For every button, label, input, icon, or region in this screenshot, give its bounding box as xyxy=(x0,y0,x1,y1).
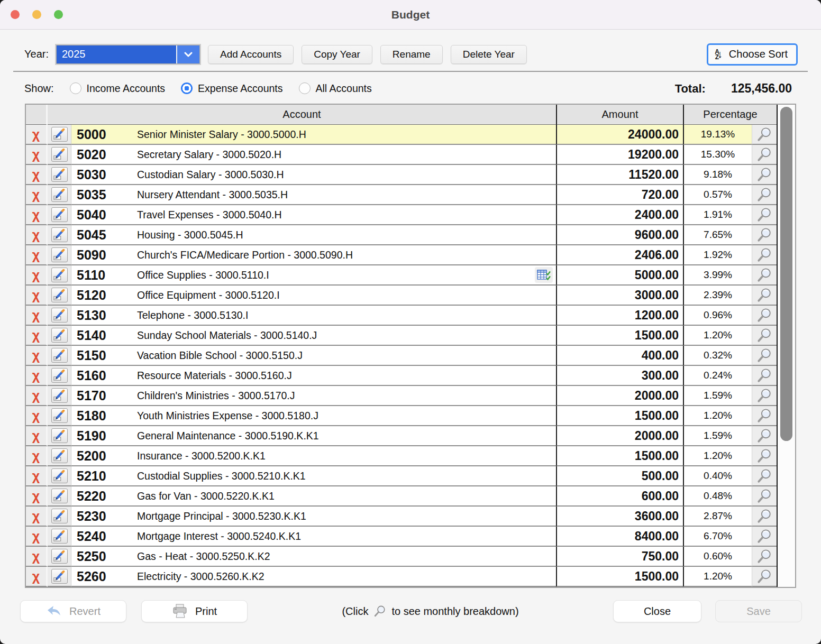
edit-account-button[interactable] xyxy=(51,549,68,564)
rename-button[interactable]: Rename xyxy=(380,45,443,64)
copy-year-button[interactable]: Copy Year xyxy=(302,45,372,64)
amount-value[interactable]: 19200.00 xyxy=(556,145,683,165)
account-name-cell[interactable]: Senior Minister Salary - 3000.5000.H xyxy=(132,125,556,145)
account-name-cell[interactable]: Sunday School Materials - 3000.5140.J xyxy=(132,326,556,346)
monthly-breakdown-button[interactable] xyxy=(752,245,777,265)
edit-account-button[interactable] xyxy=(51,187,68,202)
account-name-cell[interactable]: General Maintenance - 3000.5190.K.K1 xyxy=(132,426,556,446)
amount-value[interactable]: 400.00 xyxy=(556,346,683,366)
account-number[interactable]: 5020 xyxy=(71,145,132,165)
monthly-breakdown-button[interactable] xyxy=(752,547,777,567)
amount-value[interactable]: 2406.00 xyxy=(556,245,683,265)
close-button[interactable]: Close xyxy=(613,600,701,622)
monthly-breakdown-button[interactable] xyxy=(752,386,777,406)
amount-value[interactable]: 2400.00 xyxy=(556,205,683,225)
amount-value[interactable]: 8400.00 xyxy=(556,527,683,547)
edit-account-button[interactable] xyxy=(51,529,68,544)
amount-value[interactable]: 1500.00 xyxy=(556,567,683,587)
breakdown-icon[interactable] xyxy=(535,267,553,283)
account-number[interactable]: 5160 xyxy=(71,366,132,386)
monthly-breakdown-button[interactable] xyxy=(752,426,777,446)
account-name-cell[interactable]: Church's FICA/Medicare Portion - 3000.50… xyxy=(132,245,556,265)
account-number[interactable]: 5210 xyxy=(71,466,132,486)
edit-account-button[interactable] xyxy=(51,408,68,423)
account-name-cell[interactable]: Children's Ministries - 3000.5170.J xyxy=(132,386,556,406)
monthly-breakdown-button[interactable] xyxy=(752,486,777,507)
account-number[interactable]: 5110 xyxy=(71,265,132,286)
scrollbar-thumb[interactable] xyxy=(780,107,792,441)
year-select[interactable]: 2025 xyxy=(56,45,200,64)
account-name-cell[interactable]: Mortgage Principal - 3000.5230.K.K1 xyxy=(132,507,556,527)
amount-value[interactable]: 720.00 xyxy=(556,185,683,205)
edit-account-button[interactable] xyxy=(51,308,68,323)
edit-account-button[interactable] xyxy=(51,328,68,343)
account-number[interactable]: 5140 xyxy=(71,326,132,346)
account-name-cell[interactable]: Gas for Van - 3000.5220.K.K1 xyxy=(132,486,556,507)
monthly-breakdown-button[interactable] xyxy=(752,145,777,165)
delete-row-button[interactable]: χ xyxy=(26,286,48,306)
edit-account-button[interactable] xyxy=(51,368,68,383)
edit-account-button[interactable] xyxy=(51,428,68,443)
account-number[interactable]: 5130 xyxy=(71,306,132,326)
account-number[interactable]: 5180 xyxy=(71,406,132,426)
edit-account-button[interactable] xyxy=(51,247,68,262)
edit-account-button[interactable] xyxy=(51,127,68,142)
account-number[interactable]: 5240 xyxy=(71,527,132,547)
account-name-cell[interactable]: Youth Ministries Expense - 3000.5180.J xyxy=(132,406,556,426)
delete-year-button[interactable]: Delete Year xyxy=(451,45,527,64)
monthly-breakdown-button[interactable] xyxy=(752,567,777,587)
account-name-cell[interactable]: Office Supplies - 3000.5110.I xyxy=(132,265,556,286)
edit-account-button[interactable] xyxy=(51,268,68,282)
edit-account-button[interactable] xyxy=(51,388,68,403)
edit-account-button[interactable] xyxy=(51,288,68,302)
account-name-cell[interactable]: Mortgage Interest - 3000.5240.K.K1 xyxy=(132,527,556,547)
account-name-cell[interactable]: Vacation Bible School - 3000.5150.J xyxy=(132,346,556,366)
amount-value[interactable]: 500.00 xyxy=(556,466,683,486)
account-number[interactable]: 5000 xyxy=(71,125,132,145)
account-number[interactable]: 5170 xyxy=(71,386,132,406)
monthly-breakdown-button[interactable] xyxy=(752,205,777,225)
monthly-breakdown-button[interactable] xyxy=(752,185,777,205)
delete-row-button[interactable]: χ xyxy=(26,125,48,145)
add-accounts-button[interactable]: Add Accounts xyxy=(208,45,294,64)
monthly-breakdown-button[interactable] xyxy=(752,306,777,326)
delete-row-button[interactable]: χ xyxy=(26,185,48,205)
account-name-cell[interactable]: Resource Materials - 3000.5160.J xyxy=(132,366,556,386)
amount-value[interactable]: 9600.00 xyxy=(556,225,683,245)
account-number[interactable]: 5030 xyxy=(71,165,132,185)
monthly-breakdown-button[interactable] xyxy=(752,346,777,366)
monthly-breakdown-button[interactable] xyxy=(752,507,777,527)
delete-row-button[interactable]: χ xyxy=(26,527,48,547)
delete-row-button[interactable]: χ xyxy=(26,346,48,366)
account-number[interactable]: 5150 xyxy=(71,346,132,366)
monthly-breakdown-button[interactable] xyxy=(752,225,777,245)
account-name-cell[interactable]: Housing - 3000.5045.H xyxy=(132,225,556,245)
monthly-breakdown-button[interactable] xyxy=(752,165,777,185)
edit-account-button[interactable] xyxy=(51,509,68,523)
delete-row-button[interactable]: χ xyxy=(26,306,48,326)
revert-button[interactable]: Revert xyxy=(20,600,126,622)
monthly-breakdown-button[interactable] xyxy=(752,265,777,286)
account-number[interactable]: 5120 xyxy=(71,286,132,306)
account-name-cell[interactable]: Gas - Heat - 3000.5250.K.K2 xyxy=(132,547,556,567)
radio-income-accounts[interactable]: Income Accounts xyxy=(70,82,166,95)
account-name-cell[interactable]: Secretary Salary - 3000.5020.H xyxy=(132,145,556,165)
delete-row-button[interactable]: χ xyxy=(26,245,48,265)
radio-all-accounts[interactable]: All Accounts xyxy=(299,82,372,95)
amount-value[interactable]: 24000.00 xyxy=(556,125,683,145)
account-number[interactable]: 5200 xyxy=(71,446,132,466)
account-number[interactable]: 5040 xyxy=(71,205,132,225)
account-name-cell[interactable]: Nursery Attendant - 3000.5035.H xyxy=(132,185,556,205)
amount-value[interactable]: 300.00 xyxy=(556,366,683,386)
account-number[interactable]: 5035 xyxy=(71,185,132,205)
amount-value[interactable]: 3000.00 xyxy=(556,286,683,306)
amount-value[interactable]: 1500.00 xyxy=(556,326,683,346)
account-number[interactable]: 5090 xyxy=(71,245,132,265)
account-name-cell[interactable]: Office Equipment - 3000.5120.I xyxy=(132,286,556,306)
amount-value[interactable]: 750.00 xyxy=(556,547,683,567)
monthly-breakdown-button[interactable] xyxy=(752,406,777,426)
account-name-cell[interactable]: Telephone - 3000.5130.I xyxy=(132,306,556,326)
account-number[interactable]: 5220 xyxy=(71,486,132,507)
delete-row-button[interactable]: χ xyxy=(26,466,48,486)
account-name-cell[interactable]: Custodian Salary - 3000.5030.H xyxy=(132,165,556,185)
